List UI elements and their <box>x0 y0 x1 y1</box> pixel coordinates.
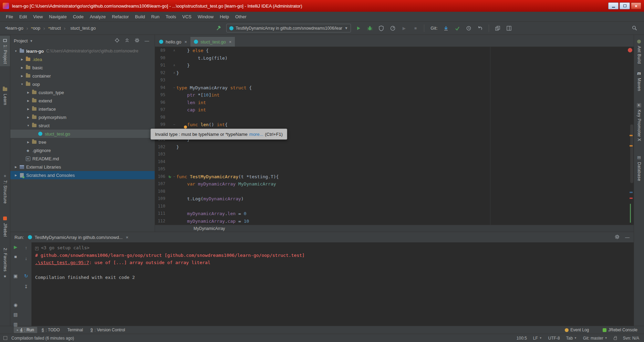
tool-button-database[interactable]: ▤Database <box>634 153 644 183</box>
tooltip-more-link[interactable]: more... <box>249 132 263 137</box>
tree-arrow-icon[interactable]: ▼ <box>19 83 25 86</box>
rollback-button[interactable] <box>476 24 484 32</box>
locate-file-icon[interactable] <box>115 38 120 44</box>
hide-panel-icon[interactable]: — <box>625 235 630 240</box>
breadcrumb-learn-go[interactable]: learn-go <box>4 25 24 31</box>
tool-window-button-event-log[interactable]: Event Log <box>562 327 592 333</box>
tree-item-oop[interactable]: ▼oop <box>10 80 155 88</box>
close-button[interactable]: × <box>631 2 641 9</box>
menu-item-window[interactable]: Window <box>195 13 217 21</box>
tool-window-button-6-todo[interactable]: 6: TODO <box>39 327 63 333</box>
status-item-utf-8[interactable]: UTF-8 <box>548 336 560 341</box>
editor-scrollbar[interactable] <box>630 124 633 183</box>
error-indicator-icon[interactable] <box>628 48 632 52</box>
tree-item-tree[interactable]: ▶tree <box>10 138 155 146</box>
run-settings-gear-icon[interactable] <box>615 234 620 240</box>
run-console-output[interactable]: <3 go setup calls># github.com/snowdream… <box>32 242 634 326</box>
tree-arrow-icon[interactable]: ▶ <box>25 141 31 144</box>
console-file-link[interactable]: .\stuct_test.go:95:7 <box>35 260 89 265</box>
tree-item-scratches-and-consoles[interactable]: ▶Scratches and Consoles <box>10 171 155 179</box>
print-button[interactable]: ▤ <box>12 312 19 317</box>
tool-window-button-jrebel-console[interactable]: JRebel Console <box>600 327 641 333</box>
editor-tab-hello-go[interactable]: hello.go× <box>156 37 190 47</box>
tree-arrow-icon[interactable]: ▶ <box>19 66 25 69</box>
tool-button-1-project[interactable]: 1: Project <box>0 36 10 66</box>
git-commit-button[interactable] <box>454 24 461 32</box>
softwrap-button[interactable]: ↻ <box>23 273 30 279</box>
tree-arrow-icon[interactable]: ▶ <box>25 108 31 111</box>
run-button[interactable] <box>355 24 362 32</box>
warning-stripe-mark[interactable] <box>630 135 633 136</box>
fold-marker-icon[interactable]: − <box>172 84 176 92</box>
tool-window-button-terminal[interactable]: Terminal <box>64 327 86 333</box>
fold-marker-icon[interactable]: ∧ <box>172 47 176 54</box>
up-stack-button[interactable]: ↑ <box>23 244 30 251</box>
fold-marker-icon[interactable]: − <box>172 121 176 129</box>
history-clock-icon[interactable] <box>465 24 472 32</box>
hide-panel-icon[interactable]: — <box>145 38 149 43</box>
build-hammer-icon[interactable] <box>215 24 222 32</box>
tool-button-jrebel[interactable]: JRebel <box>0 214 10 239</box>
menu-item-build[interactable]: Build <box>132 13 148 21</box>
debug-button[interactable] <box>366 24 374 32</box>
status-item-100-5[interactable]: 100:5 <box>517 336 527 341</box>
status-item-lock[interactable] <box>614 336 617 340</box>
fold-marker-icon[interactable]: ∧ <box>172 69 176 77</box>
copy-path-icon[interactable] <box>494 24 501 32</box>
tree-arrow-icon[interactable]: ▶ <box>25 91 31 94</box>
run-console-tab[interactable]: TestMyDynamicArray in github.com/snowd..… <box>28 235 128 240</box>
status-item-lf[interactable]: LF▼ <box>533 336 542 341</box>
rerun-button[interactable]: ▶ <box>12 244 19 250</box>
title-bar[interactable]: learn-go [C:\Users\Administrator\go\src\… <box>0 0 644 12</box>
breadcrumb-element[interactable]: MyDynamicArray <box>194 226 225 231</box>
menu-item-vcs[interactable]: VCS <box>179 13 195 21</box>
breadcrumb-struct[interactable]: struct <box>47 25 62 31</box>
pin-button[interactable]: ◉ <box>12 302 19 308</box>
menu-item-tools[interactable]: Tools <box>163 13 179 21</box>
tree-item-polymorphism[interactable]: ▶polymorphism <box>10 113 155 121</box>
down-stack-button[interactable]: ↓ <box>23 255 30 261</box>
tool-button-key-promoter-x[interactable]: KKey Promoter X <box>634 101 644 143</box>
info-stripe-mark[interactable] <box>630 192 633 193</box>
tree-item-learn-go[interactable]: ▼learn-goC:\Users\Administrator\go\src\g… <box>10 47 155 55</box>
menu-item-edit[interactable]: Edit <box>16 13 30 21</box>
tree-item-interface[interactable]: ▶interface <box>10 105 155 113</box>
restore-layout-button[interactable]: ▣ <box>12 273 19 279</box>
run-test-gutter-icon[interactable]: ↻ <box>167 173 172 181</box>
tool-button-2-favorites[interactable]: 2: Favorites★ <box>0 246 10 281</box>
tree-arrow-icon[interactable]: ▼ <box>25 124 31 127</box>
collapse-all-icon[interactable] <box>125 38 129 44</box>
menu-item-run[interactable]: Run <box>148 13 163 21</box>
clear-button[interactable]: ▥ <box>12 322 19 327</box>
tree-item-stuct-test-go[interactable]: stuct_test.go <box>10 130 155 138</box>
chevron-down-icon[interactable]: ▼ <box>30 39 33 43</box>
tree-item-container[interactable]: ▶container <box>10 72 155 80</box>
tree-arrow-icon[interactable]: ▶ <box>25 99 31 102</box>
tool-button-learn[interactable]: Learn <box>0 85 10 107</box>
breadcrumb-stuct-test-go[interactable]: stuct_test.go <box>67 25 97 31</box>
tree-arrow-icon[interactable]: ▶ <box>19 58 25 61</box>
menu-item-code[interactable]: Code <box>70 13 87 21</box>
tool-button-7-structure[interactable]: ≡7: Structure <box>0 171 10 206</box>
menu-item-help[interactable]: Help <box>217 13 232 21</box>
tree-item-custom-type[interactable]: ▶custom_type <box>10 88 155 97</box>
intention-bulb-icon[interactable] <box>184 125 187 129</box>
editor-layout-icon[interactable] <box>505 24 513 32</box>
error-stripe-mark[interactable] <box>630 198 633 199</box>
minimize-button[interactable] <box>608 2 619 9</box>
status-item-tab[interactable]: Tab▼ <box>566 336 577 341</box>
status-message[interactable]: Compilation failed (6 minutes ago) <box>11 336 74 341</box>
git-update-button[interactable] <box>442 24 450 32</box>
tree-arrow-icon[interactable]: ▶ <box>25 116 31 119</box>
tree-arrow-icon[interactable]: ▶ <box>13 165 19 169</box>
tree-item-readme-md[interactable]: MREADME.md <box>10 154 155 163</box>
close-tab-icon[interactable]: × <box>126 235 128 240</box>
close-tab-icon[interactable]: × <box>185 39 187 44</box>
stop-button[interactable]: ■ <box>12 254 19 259</box>
menu-item-refactor[interactable]: Refactor <box>109 13 132 21</box>
tree-item-struct[interactable]: ▼struct <box>10 121 155 130</box>
menu-item-navigate[interactable]: Navigate <box>46 13 70 21</box>
tree-item-extend[interactable]: ▶extend <box>10 97 155 105</box>
tree-arrow-icon[interactable]: ▶ <box>13 174 19 177</box>
tree-item-basic[interactable]: ▶basic <box>10 63 155 72</box>
